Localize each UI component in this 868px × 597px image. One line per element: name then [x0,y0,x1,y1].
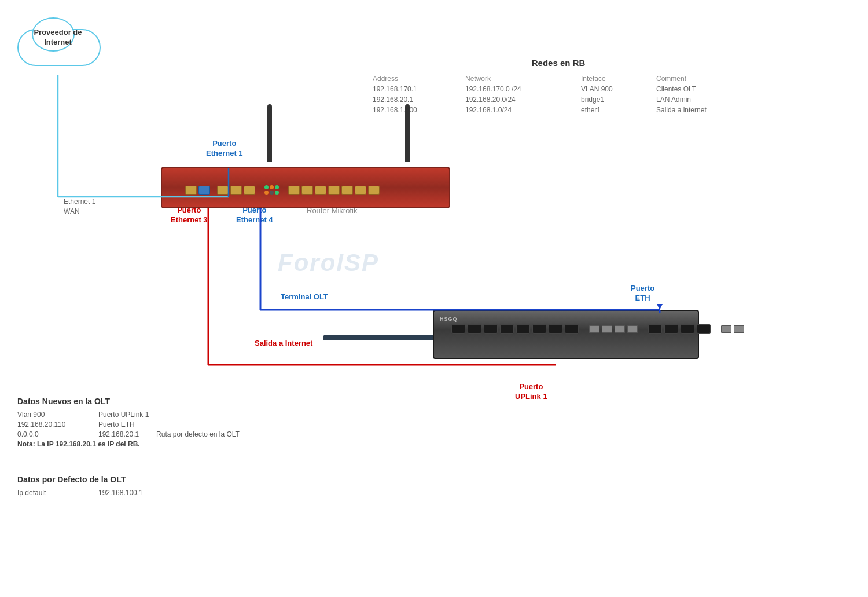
col-address: Address [370,74,463,84]
router-port-usb [185,186,197,195]
datos-defecto-val1: 192.168.100.1 [98,489,143,497]
olt-rj45-eth-mgmt2 [734,325,744,333]
row1-interface: VLAN 900 [579,84,654,94]
rport-7 [328,186,340,195]
router-port-sfp [198,186,210,195]
olt-sfp-1 [451,324,465,334]
puerto-uplink-label: Puerto UPLink 1 [515,382,547,402]
puerto-eth3-label: Puerto Ethernet 3 [171,206,208,225]
rport-8 [341,186,353,195]
datos-nuevos-extra3: Ruta por defecto en la OLT [156,430,240,438]
rport-9 [355,186,366,195]
cloud-label: Proveedor de Internet [17,28,98,47]
datos-nuevos-key3: 0.0.0.0 [17,430,87,438]
row3-interface: ether1 [579,105,654,115]
datos-nuevos-note: Nota: La IP 192.168.20.1 es IP del RB. [17,440,240,448]
antenna-left [267,104,272,162]
led-1 [264,185,269,189]
salida-internet-label: Salida a Internet [255,339,312,349]
rport-1 [217,186,229,195]
redes-rb-grid: Address Network Inteface Comment 192.168… [370,74,746,115]
rport-5 [301,186,313,195]
puerto-eth1-label: Puerto Ethernet 1 [206,139,243,159]
olt-sfp-6 [532,324,546,334]
olt-sfp-5 [516,324,530,334]
led-4 [264,191,269,195]
datos-nuevos-title: Datos Nuevos en la OLT [17,397,240,406]
olt-rj45-3 [615,325,625,333]
datos-nuevos-key1: Vlan 900 [17,411,87,419]
col-interface: Inteface [579,74,654,84]
olt-rj45-4 [627,325,638,333]
row2-address: 192.168.20.1 [370,94,463,105]
rport-2 [230,186,242,195]
olt-sfp-8 [565,324,579,334]
terminal-olt-label: Terminal OLT [281,292,328,302]
datos-nuevos-val2: Puerto ETH [98,420,135,428]
olt-sfp-3 [484,324,498,334]
col-comment: Comment [654,74,746,84]
datos-nuevos-val3: 192.168.20.1 [98,430,139,438]
led-5 [270,191,274,195]
puerto-eth-olt-label: Puerto ETH [631,284,654,303]
olt-sfp-up-1 [648,324,662,334]
olt-rj45-1 [589,325,599,333]
datos-defecto-title: Datos por Defecto de la OLT [17,475,143,484]
row2-interface: bridge1 [579,94,654,105]
datos-nuevos-row3: 0.0.0.0 192.168.20.1 Ruta por defecto en… [17,430,240,438]
olt-sfp-up-3 [681,324,694,334]
datos-defecto-key1: Ip default [17,489,87,497]
datos-defecto-row1: Ip default 192.168.100.1 [17,489,143,497]
olt-sfp-up-2 [664,324,678,334]
datos-nuevos-section: Datos Nuevos en la OLT Vlan 900 Puerto U… [17,397,240,448]
olt-rj45-2 [602,325,612,333]
antenna-right [405,104,410,162]
row1-address: 192.168.170.1 [370,84,463,94]
col-network: Network [463,74,579,84]
puerto-eth4-label: Puerto Ethernet 4 [236,206,273,225]
ethernet1-wan-label: Ethernet 1 WAN [64,197,95,217]
row3-network: 192.168.1.0/24 [463,105,579,115]
redes-rb-table: Redes en RB Address Network Inteface Com… [370,58,746,115]
olt-rj45-eth-mgmt [721,325,731,333]
row3-address: 192.168.1.100 [370,105,463,115]
olt-sfp-7 [549,324,562,334]
rport-6 [315,186,326,195]
rport-3 [244,186,255,195]
olt-brand-label: HSGQ [440,316,458,322]
olt-sfp-2 [468,324,481,334]
datos-defecto-section: Datos por Defecto de la OLT Ip default 1… [17,475,143,499]
datos-nuevos-val1: Puerto UPLink 1 [98,411,149,419]
router-ports-row [185,185,380,195]
row2-network: 192.168.20.0/24 [463,94,579,105]
olt-ports-row [451,324,744,334]
row1-network: 192.168.170.0 /24 [463,84,579,94]
row1-comment: Clientes OLT [654,84,746,94]
olt-sfp-up-4 [697,324,711,334]
rport-10 [368,186,380,195]
olt-sfp-4 [500,324,514,334]
cloud-isp: Proveedor de Internet [17,17,98,75]
datos-nuevos-row2: 192.168.20.110 Puerto ETH [17,420,240,428]
led-6 [275,191,279,195]
svg-marker-8 [657,304,663,310]
watermark: ForoISP [278,249,379,277]
led-2 [270,185,274,189]
row3-comment: Salida a internet [654,105,746,115]
datos-nuevos-key2: 192.168.20.110 [17,420,87,428]
datos-nuevos-row1: Vlan 900 Puerto UPLink 1 [17,411,240,419]
olt-body [433,310,699,359]
row2-comment: LAN Admin [654,94,746,105]
rport-4 [288,186,300,195]
redes-rb-title: Redes en RB [370,58,746,68]
led-3 [275,185,279,189]
led-group [264,185,279,195]
